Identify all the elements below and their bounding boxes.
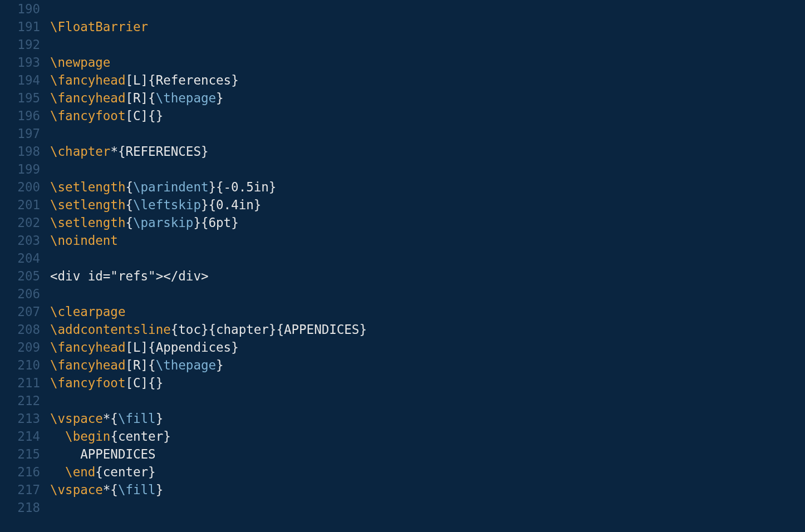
token-brace: { bbox=[171, 322, 179, 337]
token-text: center bbox=[103, 465, 148, 479]
code-line[interactable]: APPENDICES bbox=[50, 445, 805, 463]
token-text: -0.5in bbox=[224, 180, 269, 194]
token-brace: { bbox=[110, 429, 118, 444]
code-editor[interactable]: 1901911921931941951961971981992002012022… bbox=[0, 0, 805, 532]
line-number: 207 bbox=[0, 303, 40, 321]
code-line[interactable]: <div id="refs"></div> bbox=[50, 267, 805, 285]
code-line[interactable] bbox=[50, 125, 805, 142]
code-content[interactable]: \FloatBarrier\newpage\fancyhead[L]{Refer… bbox=[50, 0, 805, 532]
line-number: 214 bbox=[0, 427, 40, 445]
token-cmd: \fancyfoot bbox=[50, 376, 125, 390]
token-brace: *{ bbox=[103, 482, 118, 497]
token-brace: } bbox=[254, 198, 262, 212]
token-brace: } bbox=[359, 322, 367, 337]
token-text: R bbox=[133, 91, 141, 105]
code-line[interactable] bbox=[50, 285, 805, 303]
token-text: L bbox=[133, 73, 141, 87]
line-number: 218 bbox=[0, 499, 40, 516]
code-line[interactable]: \fancyhead[L]{References} bbox=[50, 71, 805, 89]
line-number: 213 bbox=[0, 410, 40, 427]
token-brace: ]{ bbox=[141, 358, 156, 372]
code-line[interactable] bbox=[50, 392, 805, 410]
code-line[interactable]: \newpage bbox=[50, 53, 805, 71]
token-brace: } bbox=[201, 144, 209, 159]
token-text: <div id="refs"></div> bbox=[50, 269, 208, 283]
token-brace: { bbox=[125, 198, 133, 212]
token-cmd: \vspace bbox=[50, 482, 103, 497]
line-number: 200 bbox=[0, 178, 40, 196]
token-text: C bbox=[133, 109, 141, 123]
line-number: 199 bbox=[0, 160, 40, 178]
token-brace: ]{ bbox=[141, 73, 156, 87]
line-number: 206 bbox=[0, 285, 40, 303]
token-cmd: \clearpage bbox=[50, 304, 125, 319]
code-line[interactable] bbox=[50, 499, 805, 516]
token-brace: }{ bbox=[193, 215, 208, 230]
code-line[interactable]: \begin{center} bbox=[50, 427, 805, 445]
token-cmd: \fancyhead bbox=[50, 358, 125, 372]
token-text: APPENDICES bbox=[284, 322, 359, 337]
line-number: 204 bbox=[0, 249, 40, 267]
code-line[interactable]: \end{center} bbox=[50, 463, 805, 481]
token-cmd: \fancyhead bbox=[50, 73, 125, 87]
token-brace: }{ bbox=[201, 198, 216, 212]
code-line[interactable]: \addcontentsline{toc}{chapter}{APPENDICE… bbox=[50, 321, 805, 338]
token-brace: } bbox=[269, 180, 277, 194]
code-line[interactable]: \setlength{\parskip}{6pt} bbox=[50, 214, 805, 231]
line-number: 210 bbox=[0, 356, 40, 374]
token-ind bbox=[50, 465, 65, 479]
token-text: toc bbox=[178, 322, 201, 337]
token-text: C bbox=[133, 376, 141, 390]
code-line[interactable] bbox=[50, 249, 805, 267]
token-text: center bbox=[118, 429, 163, 444]
token-brace: }{ bbox=[208, 180, 223, 194]
code-line[interactable]: \vspace*{\fill} bbox=[50, 410, 805, 427]
token-cmd: \vspace bbox=[50, 411, 103, 426]
line-number: 195 bbox=[0, 89, 40, 107]
token-cmd: \setlength bbox=[50, 180, 125, 194]
code-line[interactable]: \fancyfoot[C]{} bbox=[50, 107, 805, 125]
token-cmd: \setlength bbox=[50, 198, 125, 212]
token-brace: ]{ bbox=[141, 340, 156, 354]
line-number: 205 bbox=[0, 267, 40, 285]
line-number: 192 bbox=[0, 36, 40, 53]
code-line[interactable]: \fancyhead[L]{Appendices} bbox=[50, 338, 805, 356]
token-brace: ]{ bbox=[141, 91, 156, 105]
token-brace: { bbox=[95, 465, 103, 479]
token-cmd: \newpage bbox=[50, 55, 110, 70]
token-ind bbox=[50, 429, 65, 444]
token-brace: } bbox=[163, 429, 171, 444]
code-line[interactable]: \setlength{\leftskip}{0.4in} bbox=[50, 196, 805, 214]
line-number: 196 bbox=[0, 107, 40, 125]
code-line[interactable] bbox=[50, 0, 805, 18]
code-line[interactable]: \fancyfoot[C]{} bbox=[50, 374, 805, 392]
token-brace: } bbox=[231, 73, 239, 87]
token-brace: [ bbox=[125, 109, 133, 123]
token-brace: [ bbox=[125, 73, 133, 87]
code-line[interactable]: \clearpage bbox=[50, 303, 805, 321]
line-number: 194 bbox=[0, 71, 40, 89]
code-line[interactable]: \setlength{\parindent}{-0.5in} bbox=[50, 178, 805, 196]
line-number: 212 bbox=[0, 392, 40, 410]
code-line[interactable]: \fancyhead[R]{\thepage} bbox=[50, 89, 805, 107]
code-line[interactable]: \fancyhead[R]{\thepage} bbox=[50, 356, 805, 374]
token-cmd2: \parskip bbox=[133, 215, 193, 230]
token-text: Appendices bbox=[156, 340, 231, 354]
line-number: 216 bbox=[0, 463, 40, 481]
token-text: APPENDICES bbox=[50, 447, 156, 461]
token-brace: *{ bbox=[110, 144, 125, 159]
token-brace: ]{} bbox=[141, 109, 164, 123]
token-cmd: \setlength bbox=[50, 215, 125, 230]
code-line[interactable]: \noindent bbox=[50, 231, 805, 249]
line-number: 198 bbox=[0, 142, 40, 160]
line-number: 202 bbox=[0, 214, 40, 231]
code-line[interactable]: \chapter*{REFERENCES} bbox=[50, 142, 805, 160]
code-line[interactable] bbox=[50, 160, 805, 178]
token-text: chapter bbox=[216, 322, 269, 337]
line-number: 211 bbox=[0, 374, 40, 392]
code-line[interactable] bbox=[50, 36, 805, 53]
line-number: 201 bbox=[0, 196, 40, 214]
code-line[interactable]: \FloatBarrier bbox=[50, 18, 805, 36]
code-line[interactable]: \vspace*{\fill} bbox=[50, 481, 805, 499]
token-brace: }{ bbox=[201, 322, 216, 337]
